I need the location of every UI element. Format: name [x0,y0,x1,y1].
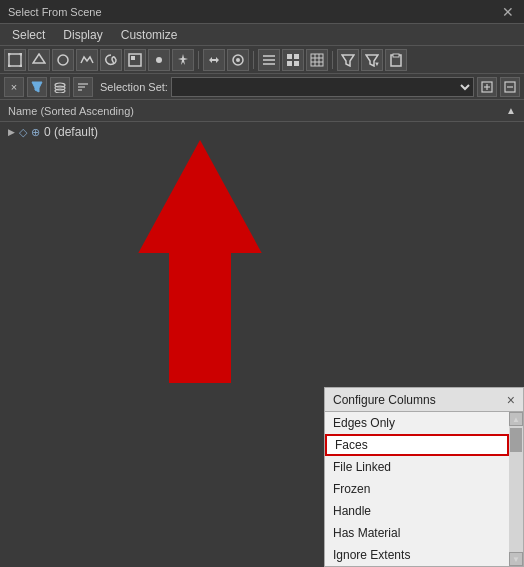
clipboard-btn[interactable] [385,49,407,71]
selection-set-dropdown[interactable] [171,77,474,97]
svg-rect-15 [287,54,292,59]
configure-columns-header: Configure Columns × [325,388,523,412]
svg-rect-16 [294,54,299,59]
svg-point-9 [156,57,162,63]
select-fence-btn[interactable] [76,49,98,71]
selection-set-label: Selection Set: [100,81,168,93]
svg-rect-18 [294,61,299,66]
clear-filter-btn[interactable]: × [4,77,24,97]
scroll-down-btn[interactable]: ▼ [509,552,523,566]
svg-rect-28 [393,54,399,57]
icon-view-btn[interactable] [282,49,304,71]
configure-scrollbar: ▲ ▼ [509,412,523,566]
menu-select[interactable]: Select [4,25,53,45]
svg-point-3 [8,64,11,67]
configure-item-faces[interactable]: Faces [325,434,509,456]
add-selection-btn[interactable] [477,77,497,97]
list-view-btn[interactable] [258,49,280,71]
separator-3 [332,51,333,69]
filter-btn[interactable] [337,49,359,71]
remove-selection-btn[interactable] [500,77,520,97]
item-visibility-icon: ◇ [19,126,27,139]
svg-point-11 [236,58,240,62]
select-object-btn[interactable] [4,49,26,71]
red-arrow-overlay [100,132,300,395]
configure-item-frozen[interactable]: Frozen [325,478,509,500]
sort-btn[interactable] [73,77,93,97]
item-name-label: 0 (default) [44,125,98,139]
menu-bar: Select Display Customize [0,24,524,46]
scroll-thumb [510,428,522,452]
configure-item-file-linked[interactable]: File Linked [325,456,509,478]
grid-view-btn[interactable] [306,49,328,71]
select-polygon-btn[interactable] [28,49,50,71]
snap-btn[interactable] [203,49,225,71]
close-button[interactable]: ✕ [500,4,516,20]
lasso-btn[interactable] [100,49,122,71]
svg-marker-24 [342,55,354,66]
configure-item-has-material[interactable]: Has Material [325,522,509,544]
separator-1 [198,51,199,69]
configure-item-ignore-extents[interactable]: Ignore Extents [325,544,509,566]
svg-rect-0 [9,54,21,66]
svg-marker-41 [140,142,260,382]
clear-icon: × [11,81,17,93]
configure-columns-list: Edges Only Faces File Linked Frozen Hand… [325,412,509,566]
svg-text:▼: ▼ [374,61,379,67]
configure-columns-body: Edges Only Faces File Linked Frozen Hand… [325,412,523,566]
highlight-btn[interactable] [172,49,194,71]
column-header[interactable]: Name (Sorted Ascending) ▲ [0,100,524,122]
menu-display[interactable]: Display [55,25,110,45]
list-item[interactable]: ▶ ◇ ⊕ 0 (default) [0,122,524,142]
svg-rect-17 [287,61,292,66]
scroll-up-btn[interactable]: ▲ [509,412,523,426]
configure-item-handle[interactable]: Handle [325,500,509,522]
configure-columns-title: Configure Columns [333,393,436,407]
toggle-btn[interactable] [227,49,249,71]
separator-2 [253,51,254,69]
toolbar-row-2: × Selection Set: [0,74,524,100]
filter-active-btn[interactable] [27,77,47,97]
toolbar-row-1: ▼ [0,46,524,74]
svg-rect-8 [131,56,135,60]
configure-item-edges-only[interactable]: Edges Only [325,412,509,434]
select-all-btn[interactable] [148,49,170,71]
main-window: Select From Scene ✕ Select Display Custo… [0,0,524,567]
title-bar: Select From Scene ✕ [0,0,524,24]
svg-point-1 [8,53,11,56]
filter-config-btn[interactable]: ▼ [361,49,383,71]
svg-point-4 [20,64,23,67]
expand-arrow-icon[interactable]: ▶ [8,127,15,137]
list-area: ▶ ◇ ⊕ 0 (default) Configure Columns × Ed… [0,122,524,567]
item-layer-icon: ⊕ [31,126,40,139]
sort-direction-icon: ▲ [506,105,516,116]
select-circle-btn[interactable] [52,49,74,71]
column-header-text: Name (Sorted Ascending) [8,105,134,117]
layer-btn[interactable] [50,77,70,97]
window-title: Select From Scene [8,6,102,18]
svg-rect-19 [311,54,323,66]
configure-close-btn[interactable]: × [507,392,515,408]
menu-customize[interactable]: Customize [113,25,186,45]
configure-columns-panel: Configure Columns × Edges Only Faces Fil… [324,387,524,567]
paint-select-btn[interactable] [124,49,146,71]
svg-point-2 [20,53,23,56]
svg-marker-29 [32,82,42,92]
svg-marker-5 [33,54,45,63]
svg-point-6 [58,55,68,65]
svg-point-32 [55,89,65,93]
